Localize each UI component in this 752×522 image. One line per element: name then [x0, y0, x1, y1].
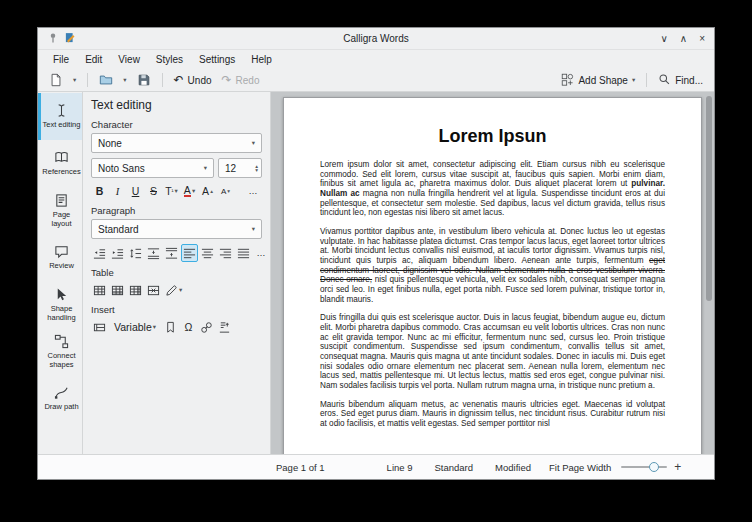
- superscript-subscript-button[interactable]: T¹ ▾: [163, 182, 180, 200]
- menu-edit[interactable]: Edit: [77, 52, 110, 67]
- more-paragraph-options-button[interactable]: …: [253, 244, 270, 262]
- zoom-slider-handle[interactable]: [649, 462, 659, 472]
- menu-view[interactable]: View: [110, 52, 148, 67]
- bookmark-button[interactable]: [162, 318, 179, 336]
- italic-button[interactable]: I: [109, 182, 126, 200]
- sidebar-item-shape-handling[interactable]: Shape handling: [38, 281, 82, 328]
- align-center-button[interactable]: [199, 244, 216, 262]
- space-above-button[interactable]: [145, 244, 162, 262]
- sidebar-item-review[interactable]: Review: [38, 234, 82, 281]
- line-indicator: Line 9: [387, 462, 413, 473]
- tool-options-panel: Text editing Character None ▾ Noto Sans …: [83, 92, 271, 454]
- sidebar-item-connect-shapes[interactable]: Connect shapes: [38, 328, 82, 375]
- scrollbar-handle[interactable]: [706, 96, 712, 301]
- merge-cells-button[interactable]: [145, 281, 162, 299]
- border-pen-button[interactable]: ▾: [163, 281, 184, 299]
- maximize-button[interactable]: ∧: [680, 34, 687, 44]
- titlebar[interactable]: Calligra Words ∨ ∧ ×: [38, 28, 714, 50]
- document-heading[interactable]: Lorem Ipsun: [320, 126, 665, 147]
- variable-dropdown-button[interactable]: Variable ▾: [109, 318, 161, 336]
- special-character-button[interactable]: Ω: [180, 318, 197, 336]
- align-justify-button[interactable]: [235, 244, 252, 262]
- sidebar-item-text-editing[interactable]: Text editing: [38, 93, 82, 140]
- insert-row-button[interactable]: [109, 281, 126, 299]
- paragraph[interactable]: Lorem ipsum dolor sit amet, consectetur …: [320, 160, 665, 218]
- font-size-value: 12: [225, 163, 236, 174]
- text-color-letter: A: [184, 185, 191, 198]
- vertical-scrollbar[interactable]: [704, 94, 712, 452]
- space-below-button[interactable]: [163, 244, 180, 262]
- save-button[interactable]: [133, 71, 155, 89]
- font-size-spinner[interactable]: 12 ▴ ▾: [218, 158, 262, 178]
- add-shape-icon: [561, 73, 574, 88]
- toolbar-separator: [162, 73, 163, 87]
- menu-help[interactable]: Help: [243, 52, 280, 67]
- character-style-combobox[interactable]: None ▾: [91, 133, 262, 153]
- new-document-dropdown[interactable]: ▾: [69, 75, 80, 86]
- close-button[interactable]: ×: [699, 34, 705, 44]
- sidebar-item-label: Shape handling: [42, 305, 81, 322]
- zoom-slider[interactable]: [621, 461, 667, 473]
- chevron-down-icon: ▾: [252, 140, 255, 147]
- spinner-arrows[interactable]: ▴ ▾: [255, 164, 258, 173]
- bold-button[interactable]: B: [91, 182, 108, 200]
- align-left-button[interactable]: [181, 244, 198, 262]
- document-page[interactable]: Lorem Ipsun Lorem ipsum dolor sit amet, …: [283, 97, 702, 454]
- sidebar-item-page-layout[interactable]: Page layout: [38, 187, 82, 234]
- find-button[interactable]: Find...: [654, 71, 707, 90]
- decrease-indent-button[interactable]: [91, 244, 108, 262]
- shrink-letter: A: [221, 187, 226, 196]
- zoom-in-button[interactable]: +: [674, 461, 681, 473]
- text-color-button[interactable]: A ▾: [181, 182, 198, 200]
- more-character-options-button[interactable]: …: [245, 182, 262, 200]
- open-document-button[interactable]: [95, 71, 117, 89]
- statusbar: Page 1 of 1 Line 9 Standard Modified Fit…: [38, 454, 714, 479]
- add-shape-label: Add Shape: [578, 75, 628, 86]
- zoom-mode-button[interactable]: Fit Page Width: [549, 462, 611, 473]
- paragraph-section-label: Paragraph: [91, 205, 262, 216]
- sidebar-item-draw-path[interactable]: Draw path: [38, 375, 82, 422]
- insert-field-button[interactable]: [91, 318, 108, 336]
- footnote-button[interactable]: [216, 318, 233, 336]
- paragraph[interactable]: Mauris bibendum aliquam metus, ac venena…: [320, 400, 665, 429]
- font-family-combobox[interactable]: Noto Sans ▾: [91, 158, 214, 178]
- paragraph[interactable]: Duis fringilla dui quis est scelerisque …: [320, 313, 665, 390]
- undo-button[interactable]: ↶ Undo: [170, 72, 216, 88]
- undo-icon: ↶: [174, 74, 184, 86]
- strikethrough-button[interactable]: S: [145, 182, 162, 200]
- insert-column-button[interactable]: [127, 281, 144, 299]
- font-family-value: Noto Sans: [98, 163, 145, 174]
- menu-settings[interactable]: Settings: [191, 52, 243, 67]
- redo-button[interactable]: ↷ Redo: [218, 72, 264, 88]
- align-right-button[interactable]: [217, 244, 234, 262]
- new-document-button[interactable]: [45, 71, 67, 89]
- zoom-slider-track: [621, 466, 667, 468]
- pin-icon[interactable]: [47, 32, 59, 46]
- redo-label: Redo: [236, 75, 260, 86]
- increase-indent-button[interactable]: [109, 244, 126, 262]
- content-area: Text editing References Page layout Revi…: [38, 92, 714, 454]
- find-label: Find...: [675, 75, 703, 86]
- line-spacing-button[interactable]: [127, 244, 144, 262]
- titlebar-icons: [47, 32, 76, 46]
- app-icon[interactable]: [64, 32, 76, 46]
- underline-button[interactable]: U: [127, 182, 144, 200]
- insert-section-label: Insert: [91, 304, 262, 315]
- menu-styles[interactable]: Styles: [148, 52, 191, 67]
- open-recent-dropdown[interactable]: ▾: [119, 75, 130, 86]
- paragraph-style-combobox[interactable]: Standard ▾: [91, 219, 262, 239]
- document-canvas[interactable]: Lorem Ipsun Lorem ipsum dolor sit amet, …: [271, 92, 714, 454]
- review-icon: [54, 244, 69, 259]
- shrink-font-button[interactable]: A▾: [217, 182, 234, 200]
- add-shape-button[interactable]: Add Shape ▾: [557, 71, 639, 90]
- menu-file[interactable]: File: [45, 52, 77, 67]
- insert-table-button[interactable]: [91, 281, 108, 299]
- paragraph[interactable]: Vivamus porttitor dapibus ante, in vesti…: [320, 227, 665, 304]
- document-text[interactable]: Lorem ipsum dolor sit amet, consectetur …: [320, 160, 665, 429]
- sidebar-item-references[interactable]: References: [38, 140, 82, 187]
- minimize-button[interactable]: ∨: [661, 34, 668, 44]
- text-editing-icon: [54, 103, 69, 118]
- grow-font-button[interactable]: A▴: [199, 182, 216, 200]
- spin-down-icon[interactable]: ▾: [255, 168, 258, 172]
- hyperlink-button[interactable]: [198, 318, 215, 336]
